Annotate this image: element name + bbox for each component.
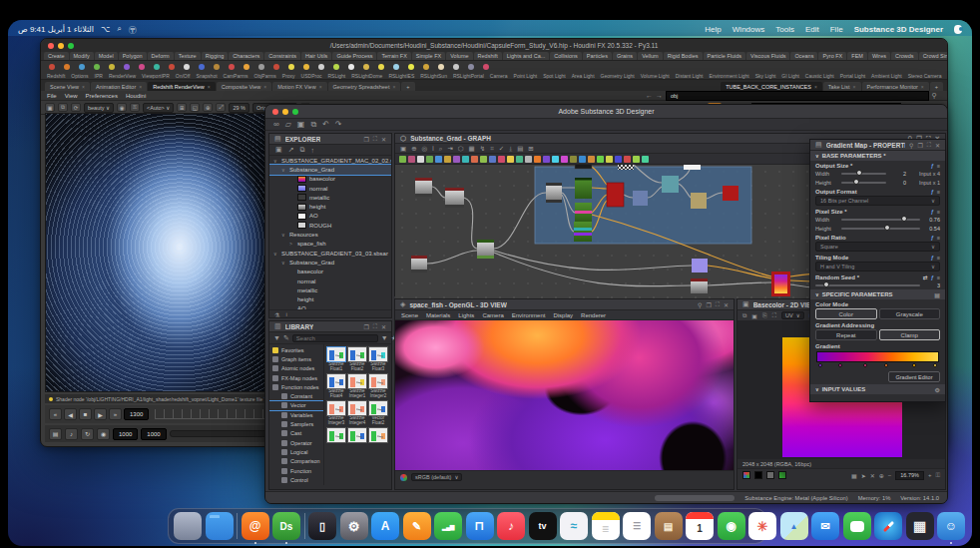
step-back-button[interactable]: ◀ (64, 408, 77, 420)
expand-arrow-icon[interactable]: ∨ (281, 232, 286, 238)
shelf-tab[interactable]: Deform (148, 52, 174, 60)
clock[interactable]: الثلاثاء 1 أبريل 9:41 ص (18, 25, 94, 34)
explorer-tree-item[interactable]: ∨ Substance_Grad (269, 165, 391, 174)
graph-tool-icon[interactable]: ⊞ (528, 145, 533, 153)
slider-knob[interactable] (856, 170, 862, 176)
random-seed-slider[interactable] (815, 284, 920, 286)
toolbar-icon[interactable]: ▱ (285, 120, 291, 129)
function-icon[interactable]: ƒ (931, 235, 934, 241)
lock-icon[interactable]: ⚿ (130, 103, 140, 112)
shelf-tab[interactable]: Hair Utils (301, 52, 331, 60)
shelf-tool-label[interactable]: GI Light (781, 73, 799, 79)
toolbar-icon[interactable]: ⧉ (310, 120, 316, 130)
close-tab-icon[interactable]: × (139, 84, 142, 90)
add-node-icon[interactable] (417, 156, 424, 163)
shelf-tab[interactable]: Lights and Ca... (503, 52, 550, 60)
close-tab-icon[interactable]: × (853, 84, 856, 90)
shelf-tab[interactable]: Texture (175, 52, 201, 60)
zoom-in-icon[interactable]: ⊕ (203, 103, 213, 112)
library-category-item[interactable]: Operator (269, 438, 323, 447)
shuffle-icon[interactable]: ⇄ (923, 274, 928, 280)
toolbar-icon[interactable]: ↶ (322, 120, 329, 129)
current-frame-field[interactable]: 1300 (124, 408, 149, 420)
dock-item-separator[interactable] (237, 513, 238, 539)
wifi-icon[interactable]: 〶 (129, 24, 137, 35)
dock-item-numbers[interactable]: ▂▄▆ (434, 512, 462, 540)
gradient-stop[interactable] (818, 363, 822, 367)
add-node-icon[interactable] (426, 156, 433, 163)
fit-view-icon[interactable]: ⛶ (772, 312, 776, 319)
shelf-tab[interactable]: Redshift (474, 52, 502, 60)
shelf-tab[interactable]: Volume (446, 52, 472, 60)
library-category-item[interactable]: Texture gene... (269, 484, 323, 485)
close-panel-icon[interactable]: ✕ (381, 136, 386, 143)
shelf-tool-icon[interactable] (483, 64, 489, 70)
pin-panel-icon[interactable]: ⚲ (909, 142, 913, 149)
explorer-toolbar-icon[interactable]: ▣ (275, 146, 282, 154)
graph-tool-icon[interactable]: ✓ (499, 145, 504, 153)
explorer-footer-icon[interactable]: i (285, 311, 286, 317)
zoom-button[interactable] (68, 43, 74, 49)
add-node-icon[interactable] (435, 156, 442, 163)
shelf-tool-label[interactable]: Caustic Light (805, 73, 834, 79)
output-format-dropdown[interactable]: 16 Bits per Channel∨ (815, 196, 940, 206)
go-to-end-button[interactable]: » (109, 408, 122, 420)
graph-tab-title[interactable]: Substance_Grad - GRAPH (410, 135, 491, 142)
explorer-tree-item[interactable]: metallic (269, 285, 391, 294)
pane-menu-item[interactable]: View (65, 93, 78, 99)
gradient-editor-button[interactable]: Gradient Editor (888, 371, 940, 382)
param-menu-icon[interactable]: ≡ (937, 274, 940, 280)
library-node-card[interactable] (368, 427, 388, 453)
menu-bar-item[interactable]: Help (705, 25, 721, 34)
explorer-tree-item[interactable]: ∨ Resources (269, 230, 391, 239)
tiling-icon[interactable] (778, 471, 786, 479)
view2d-tab-title[interactable]: Basecolor - 2D VIEW (753, 301, 817, 308)
dock-item-calendar[interactable]: 1 (686, 512, 714, 540)
library-category-item[interactable]: Cast (269, 429, 323, 438)
shelf-tool-icon[interactable] (64, 64, 70, 70)
close-tab-icon[interactable]: × (392, 84, 395, 90)
menu-bar-item[interactable]: Windows (733, 25, 764, 34)
add-node-icon[interactable] (498, 156, 505, 163)
pane-menu-item[interactable]: Preferences (86, 93, 118, 99)
pixel-ratio-dropdown[interactable]: Square∨ (815, 242, 940, 252)
base-parameters-section[interactable]: ∨BASE PARAMETERS * (810, 151, 945, 161)
library-category-item[interactable]: Comparison (269, 457, 323, 466)
add-node-icon[interactable] (399, 156, 406, 163)
shelf-tab[interactable]: Crowds (891, 52, 918, 60)
shelf-tab[interactable]: Particle Fluids (704, 52, 746, 60)
zoom-in-icon[interactable]: + (928, 472, 932, 478)
graph-tool-icon[interactable]: ↯ (480, 145, 485, 153)
maximize-panel-icon[interactable]: ⛶ (373, 136, 377, 143)
add-node-icon[interactable] (606, 156, 613, 163)
float-panel-icon[interactable]: ❐ (706, 301, 711, 308)
menu-bar-item[interactable]: Tools (775, 25, 794, 34)
graph-tool-icon[interactable]: ▤ (517, 145, 523, 153)
go-to-start-button[interactable]: « (49, 408, 62, 420)
shelf-tool-icon[interactable] (393, 64, 399, 70)
shelf-tab[interactable]: Characters (229, 52, 263, 60)
shelf-tab[interactable]: Rigid Bodies (664, 52, 703, 60)
add-node-icon[interactable] (444, 156, 451, 163)
explorer-toolbar-icon[interactable]: ↗ (288, 146, 294, 154)
cursor-icon[interactable]: ➤ (861, 472, 866, 479)
dock-item-launchpad[interactable]: ▦ (906, 512, 934, 540)
function-icon[interactable]: ƒ (931, 163, 934, 169)
shelf-tab[interactable]: Create (44, 52, 69, 60)
pane-menu-item[interactable]: File (47, 93, 57, 99)
add-node-icon[interactable] (543, 156, 550, 163)
library-node-card[interactable]: Vector Float2 (368, 400, 388, 426)
library-node-card[interactable]: Swizzle Float4 (326, 373, 346, 399)
shelf-tab[interactable]: Oceans (790, 52, 817, 60)
dock-item-houdini[interactable]: @ (242, 512, 269, 540)
close-tab-icon[interactable]: × (82, 84, 85, 90)
stop-button[interactable]: ■ (79, 408, 92, 420)
pane-tab[interactable]: Animation Editor× (91, 82, 147, 91)
shelf-tab[interactable]: Constraints (264, 52, 300, 60)
control-center-icon[interactable]: ⌥ (101, 25, 110, 34)
explorer-footer-icon[interactable]: ⚗ (274, 311, 279, 318)
explorer-tree-item[interactable]: ∨ SUBSTANCE_GRADIENT_03_03.sbsar (269, 249, 391, 258)
shelf-tool-label[interactable]: RSLightIES (388, 73, 414, 79)
library-category-item[interactable]: Function (269, 466, 323, 475)
layers-icon[interactable]: ⧉ (742, 312, 746, 319)
